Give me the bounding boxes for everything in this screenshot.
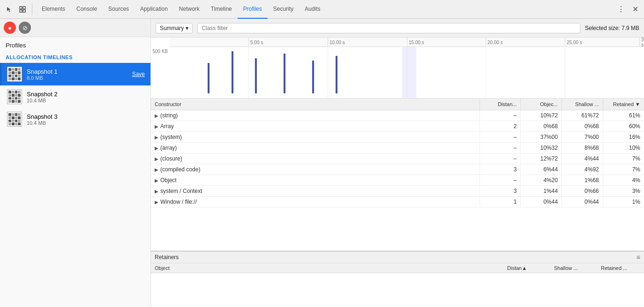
snapshot-icon-1 [7, 67, 22, 82]
td-distance-4: – [479, 154, 521, 164]
tab-network[interactable]: Network [173, 0, 205, 19]
ruler-mark-30s: 30.00 s [639, 38, 644, 47]
tab-timeline[interactable]: Timeline [205, 0, 238, 19]
tab-profiles[interactable]: Profiles [238, 0, 268, 19]
ret-th-retained[interactable]: Retained ... [597, 265, 644, 271]
snapshot-item-3[interactable]: Snapshot 3 10.4 MB [0, 108, 150, 130]
tab-audits[interactable]: Audits [299, 0, 326, 19]
expand-icon-7[interactable]: ▶ [155, 189, 158, 194]
snapshot-icon-2 [7, 89, 22, 104]
td-distance-5: 3 [479, 164, 521, 175]
ret-th-object[interactable]: Object [151, 265, 503, 271]
ruler-mark-15s: 15.00 s [407, 38, 424, 47]
sidebar: ● ⊘ Profiles ALLOCATION TIMELINES Snapsh… [0, 19, 151, 307]
th-shallow[interactable]: Shallow ... [562, 99, 603, 110]
td-constructor-7: ▶system / Context [151, 186, 479, 197]
chart-bar-5 [312, 61, 314, 93]
ret-th-distance[interactable]: Distan▲ [503, 265, 550, 271]
top-nav: Elements Console Sources Application Net… [0, 0, 644, 19]
table-row[interactable]: ▶(compiled code) 3 6%44 4%92 7% [151, 164, 644, 175]
table-row[interactable]: ▶Array 2 0%68 0%68 60% [151, 121, 644, 132]
chart-highlight [402, 47, 416, 98]
tab-elements[interactable]: Elements [36, 0, 71, 19]
th-objects[interactable]: Objec... [521, 99, 562, 110]
table-row[interactable]: ▶(system) – 37%00 7%00 16% [151, 132, 644, 143]
close-button[interactable]: ✕ [630, 3, 640, 15]
cursor-icon[interactable] [4, 4, 15, 15]
tab-sources[interactable]: Sources [103, 0, 135, 19]
expand-icon-8[interactable]: ▶ [155, 200, 158, 205]
stop-button[interactable]: ⊘ [19, 22, 31, 34]
table-row[interactable]: ▶Object – 4%20 1%68 4% [151, 175, 644, 186]
expand-icon-4[interactable]: ▶ [155, 156, 158, 161]
td-retained-7: 3% [603, 186, 644, 197]
tab-application[interactable]: Application [135, 0, 173, 19]
table-row[interactable]: ▶(string) – 10%72 61%72 61% [151, 110, 644, 121]
td-constructor-6: ▶Object [151, 175, 479, 186]
svg-rect-2 [20, 10, 22, 12]
td-distance-7: 3 [479, 186, 521, 197]
expand-icon-6[interactable]: ▶ [155, 178, 158, 183]
constructor-table-section: Constructor Distan... Objec... Shallow .… [151, 99, 644, 307]
ret-th-shallow[interactable]: Shallow ... [550, 265, 597, 271]
expand-icon-0[interactable]: ▶ [155, 113, 158, 118]
retainers-body [151, 273, 644, 307]
class-filter-input[interactable] [197, 23, 580, 33]
constructor-table-container[interactable]: Constructor Distan... Objec... Shallow .… [151, 99, 644, 251]
snapshot-item-2[interactable]: Snapshot 2 10.4 MB [0, 85, 150, 108]
td-retained-0: 61% [603, 110, 644, 121]
summary-select[interactable]: Summary ▾ [156, 23, 193, 33]
expand-icon-5[interactable]: ▶ [155, 167, 158, 172]
expand-icon-2[interactable]: ▶ [155, 135, 158, 140]
chart-area[interactable] [170, 47, 644, 98]
svg-rect-1 [23, 7, 25, 9]
tab-security[interactable]: Security [268, 0, 299, 19]
right-panel: Summary ▾ Selected size: 7.9 MB 5.00 s 1… [151, 19, 644, 307]
td-objects-6: 4%20 [521, 175, 562, 186]
table-row[interactable]: ▶(array) – 10%32 8%68 10% [151, 143, 644, 154]
table-row[interactable]: ▶system / Context 3 1%44 0%66 3% [151, 186, 644, 197]
td-distance-6: – [479, 175, 521, 186]
expand-icon-1[interactable]: ▶ [155, 124, 158, 129]
retainers-menu-icon[interactable]: ≡ [637, 253, 640, 261]
td-shallow-5: 4%92 [562, 164, 603, 175]
th-retained[interactable]: Retained ▼ [603, 99, 644, 110]
table-header-row: Constructor Distan... Objec... Shallow .… [151, 99, 644, 110]
td-retained-3: 10% [603, 143, 644, 154]
td-objects-8: 0%44 [521, 197, 562, 207]
th-constructor[interactable]: Constructor [151, 99, 479, 110]
save-button-1[interactable]: Save [132, 71, 145, 77]
td-shallow-3: 8%68 [562, 143, 603, 154]
table-row[interactable]: ▶Window / file:// 1 0%44 0%44 1% [151, 197, 644, 207]
td-constructor-5: ▶(compiled code) [151, 164, 479, 175]
td-objects-5: 6%44 [521, 164, 562, 175]
chart-bar-2 [232, 51, 233, 93]
td-distance-8: 1 [479, 197, 521, 207]
expand-icon-3[interactable]: ▶ [155, 146, 158, 151]
retainers-section: Retainers ≡ Object Distan▲ Shallow ... R… [151, 251, 644, 307]
retainers-table-header: Object Distan▲ Shallow ... Retained ... [151, 263, 644, 273]
td-distance-0: – [479, 110, 521, 121]
svg-rect-0 [20, 7, 22, 9]
svg-rect-3 [23, 10, 25, 12]
th-distance[interactable]: Distan... [479, 99, 521, 110]
summary-label: Summary [160, 25, 184, 31]
record-button[interactable]: ● [4, 22, 16, 34]
td-objects-1: 0%68 [521, 121, 562, 132]
timeline-ruler: 5.00 s 10.00 s 15.00 s 20.00 s 25.00 s 3… [170, 38, 644, 47]
td-constructor-4: ▶(closure) [151, 154, 479, 164]
snapshot-name-1: Snapshot 1 [27, 68, 127, 75]
td-objects-2: 37%00 [521, 132, 562, 143]
td-constructor-3: ▶(array) [151, 143, 479, 154]
table-row[interactable]: ▶(closure) – 12%72 4%44 7% [151, 154, 644, 164]
tab-console[interactable]: Console [71, 0, 103, 19]
td-objects-7: 1%44 [521, 186, 562, 197]
td-shallow-7: 0%66 [562, 186, 603, 197]
inspect-icon[interactable] [17, 4, 28, 15]
snapshot-item-1[interactable]: Snapshot 1 8.0 MB Save [0, 63, 150, 85]
nav-tabs: Elements Console Sources Application Net… [36, 0, 615, 19]
ruler-mark-10s: 10.00 s [328, 38, 345, 47]
more-button[interactable]: ⋮ [615, 3, 627, 15]
td-shallow-1: 0%68 [562, 121, 603, 132]
timeline-yaxis: 500 KB [151, 47, 170, 98]
